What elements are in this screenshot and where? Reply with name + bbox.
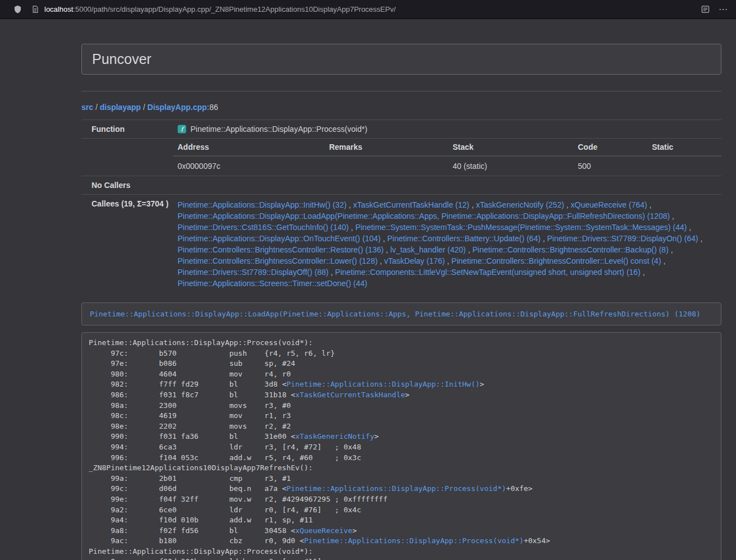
breadcrumb-line-number: 86 (209, 103, 218, 112)
tracking-protection-shield-icon[interactable] (13, 4, 22, 14)
callee-separator: , (328, 268, 335, 277)
url-path: :5000/path/src/displayapp/DisplayApp.cpp… (73, 5, 396, 13)
callee-separator: , (469, 200, 476, 209)
page-title: Puncover (92, 51, 711, 67)
breadcrumb-separator: / (141, 103, 148, 112)
function-icon: f (177, 125, 186, 134)
callee-separator: , (346, 200, 353, 209)
callee-separator: , (670, 212, 674, 221)
divider (81, 91, 721, 91)
column-static: Static (647, 139, 721, 156)
breadcrumb: src / displayapp / DisplayApp.cpp:86 (81, 103, 721, 112)
assembly-symbol-link[interactable]: Pinetime::Applications::DisplayApp::Proc… (286, 484, 506, 493)
address-value: 0x0000097c (173, 156, 324, 176)
callee-link[interactable]: xQueueReceive (764) (571, 200, 647, 209)
static-value (647, 156, 721, 176)
column-address: Address (173, 139, 324, 156)
stats-table: Address Remarks Stack Code Static 0x0000… (173, 139, 721, 176)
column-stack: Stack (448, 139, 573, 156)
browser-chrome: localhost:5000/path/src/displayapp/Displ… (0, 0, 736, 19)
reader-view-icon[interactable] (701, 5, 710, 13)
callee-link[interactable]: xTaskGenericNotify (252) (476, 200, 564, 209)
callee-link[interactable]: Pinetime::System::SystemTask::PushMessag… (355, 223, 687, 232)
column-remarks: Remarks (324, 139, 448, 156)
callee-link[interactable]: Pinetime::Drivers::St7789::DisplayOff() … (177, 268, 328, 277)
breadcrumb-link[interactable]: src (81, 103, 93, 112)
callees-row: Callees (19, Σ=3704 ) Pinetime::Applicat… (81, 195, 721, 294)
function-name-cell: f Pinetime::Applications::DisplayApp::Pr… (177, 125, 717, 134)
callee-separator: , (564, 200, 571, 209)
callee-separator: , (349, 223, 355, 232)
assembly-symbol-link[interactable]: Pinetime::Applications::DisplayApp::Proc… (304, 536, 524, 545)
function-label: Function (81, 120, 173, 139)
url-text: localhost:5000/path/src/displayapp/Displ… (44, 5, 396, 13)
stack-value: 40 (static) (448, 156, 573, 176)
app-header: Puncover (81, 44, 721, 75)
url-bar[interactable]: localhost:5000/path/src/displayapp/Displ… (31, 5, 697, 13)
callee-separator: , (641, 268, 645, 277)
code-value: 500 (573, 156, 647, 176)
callee-link[interactable]: Pinetime::Applications::DisplayApp::OnTo… (177, 234, 381, 243)
callee-link[interactable]: vTaskDelay (176) (384, 256, 445, 265)
page-actions-menu-icon[interactable]: ⋯ (719, 5, 728, 14)
assembly-symbol-link[interactable]: Pinetime::Applications::DisplayApp::Init… (286, 380, 479, 388)
page-container: Puncover src / displayapp / DisplayApp.c… (81, 19, 721, 560)
callee-separator: , (383, 245, 390, 254)
function-table: Function f Pinetime::Applications::Displ… (81, 120, 721, 293)
callees-list: Pinetime::Applications::DisplayApp::Init… (177, 199, 717, 289)
assembly-symbol-link[interactable]: xTaskGetCurrentTaskHandle (295, 391, 405, 399)
callee-link[interactable]: Pinetime::Applications::Screens::Timer::… (177, 279, 367, 288)
column-code: Code (573, 139, 647, 156)
function-row: Function f Pinetime::Applications::Displ… (81, 120, 721, 139)
callee-separator: , (669, 245, 673, 254)
callee-link[interactable]: Pinetime::Applications::DisplayApp::Load… (177, 212, 670, 221)
callee-link[interactable]: Pinetime::Applications::DisplayApp::Init… (177, 200, 346, 209)
callee-separator: , (698, 234, 703, 243)
callee-link[interactable]: Pinetime::Controllers::Battery::Update()… (387, 234, 541, 243)
breadcrumb-link[interactable]: DisplayApp.cpp: (148, 103, 209, 112)
snippet-header: Pinetime::Applications::DisplayApp::Load… (81, 302, 721, 325)
callee-link[interactable]: Pinetime::Controllers::BrightnessControl… (177, 256, 377, 265)
snippet-function-link[interactable]: Pinetime::Applications::DisplayApp::Load… (90, 310, 701, 318)
no-callers-label: No Callers (81, 176, 173, 195)
callee-separator: , (661, 256, 666, 265)
callees-label: Callees (19, Σ=3704 ) (81, 195, 173, 294)
url-host: localhost (44, 5, 73, 13)
callee-link[interactable]: Pinetime::Controllers::BrightnessControl… (177, 245, 383, 254)
callee-link[interactable]: xTaskGetCurrentTaskHandle (12) (353, 200, 469, 209)
function-name: Pinetime::Applications::DisplayApp::Proc… (190, 125, 367, 134)
function-stats-row: Address Remarks Stack Code Static 0x0000… (81, 139, 721, 176)
breadcrumb-separator: / (93, 103, 100, 112)
stats-header-row: Address Remarks Stack Code Static (173, 139, 721, 156)
stats-value-row: 0x0000097c 40 (static) 500 (173, 156, 721, 176)
remarks-value (324, 156, 448, 176)
callee-separator: , (687, 223, 691, 232)
callee-link[interactable]: Pinetime::Controllers::BrightnessControl… (472, 245, 668, 254)
assembly-symbol-link[interactable]: xQueueReceive (295, 526, 353, 535)
callee-link[interactable]: lv_task_handler (420) (390, 245, 466, 254)
callee-separator: , (541, 234, 547, 243)
assembly-symbol-link[interactable]: xTaskGenericNotify (295, 432, 374, 440)
callee-link[interactable]: Pinetime::Controllers::BrightnessControl… (451, 256, 661, 265)
callee-separator: , (381, 234, 387, 243)
assembly-code: Pinetime::Applications::DisplayApp::Proc… (81, 332, 721, 560)
page-info-icon[interactable] (31, 5, 39, 13)
callee-separator: , (647, 200, 652, 209)
callee-link[interactable]: Pinetime::Drivers::St7789::DisplayOn() (… (547, 234, 698, 243)
callee-link[interactable]: Pinetime::Drivers::Cst816S::GetTouchInfo… (177, 223, 349, 232)
callee-separator: , (445, 256, 451, 265)
callee-link[interactable]: Pinetime::Components::LittleVgl::SetNewT… (335, 268, 641, 277)
callee-separator: , (378, 256, 385, 265)
breadcrumb-link[interactable]: displayapp (100, 103, 141, 112)
no-callers-row: No Callers (81, 176, 721, 195)
callee-separator: , (466, 245, 473, 254)
